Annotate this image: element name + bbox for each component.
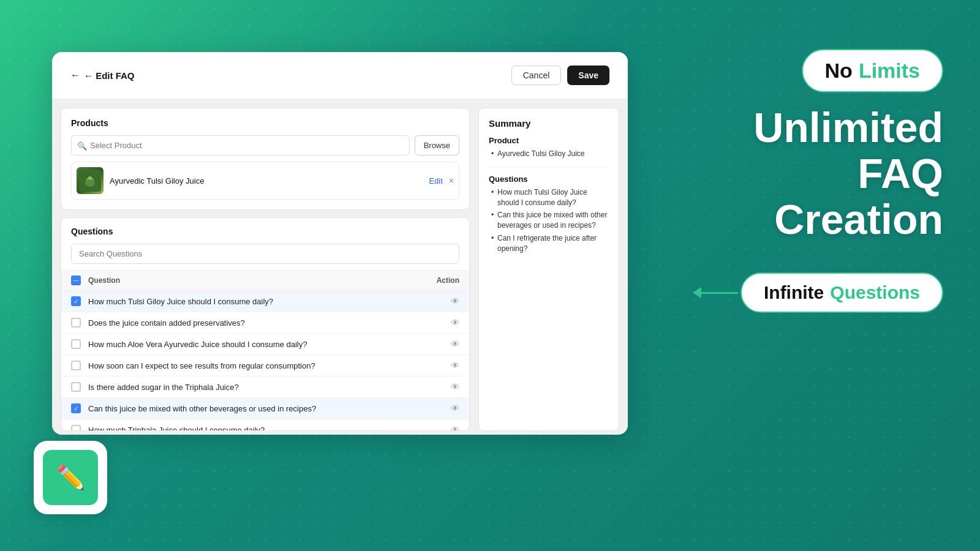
question-row: Can this juice be mixed with other bever… <box>61 398 469 419</box>
question-checkbox-6[interactable] <box>71 425 81 430</box>
question-checkbox-3[interactable] <box>71 361 81 370</box>
eye-icon-6[interactable]: 👁 <box>451 425 459 430</box>
select-all-checkbox[interactable] <box>71 276 81 285</box>
save-button[interactable]: Save <box>567 66 609 85</box>
summary-box: Summary Product Ayurvedic Tulsi Giloy Ju… <box>478 108 619 431</box>
summary-question-item-0: How much Tulsi Giloy Juice should I cons… <box>489 187 609 208</box>
product-item-left: Ayurvedic Tulsi Giloy Juice <box>77 167 204 194</box>
infinite-questions-text: Questions <box>830 282 920 303</box>
summary-questions-section: Questions <box>489 174 609 184</box>
question-row: How much Triphala Juice should I consume… <box>61 419 469 430</box>
right-content-overlay: No Limits Unlimited FAQ Creation Infinit… <box>625 0 980 551</box>
arrow-line <box>701 292 738 294</box>
question-text-2: How much Aloe Vera Ayurvedic Juice shoul… <box>88 340 446 349</box>
page-title: ← Edit FAQ <box>84 70 135 81</box>
product-item: Ayurvedic Tulsi Giloy Juice Edit × <box>71 162 459 200</box>
summary-question-item-2: Can I refrigerate the juice after openin… <box>489 233 609 254</box>
product-edit-link[interactable]: Edit <box>429 176 442 186</box>
infinite-text: Infinite <box>764 282 824 303</box>
no-limits-badge: No Limits <box>802 49 943 92</box>
left-panel: Products 🔍 Browse <box>61 108 470 431</box>
no-text: No <box>825 59 853 83</box>
arrow-left-icon <box>693 287 738 298</box>
summary-questions-list: How much Tulsi Giloy Juice should I cons… <box>489 187 609 254</box>
question-text-6: How much Triphala Juice should I consume… <box>88 425 446 431</box>
eye-icon-5[interactable]: 👁 <box>451 403 459 413</box>
arrowhead <box>693 287 701 298</box>
product-search-row: 🔍 Browse <box>71 135 459 156</box>
product-thumbnail <box>77 167 104 194</box>
summary-panel: Summary Product Ayurvedic Tulsi Giloy Ju… <box>478 108 619 431</box>
summary-divider <box>489 167 609 167</box>
questions-search-input[interactable] <box>71 244 459 264</box>
summary-product-item: Ayurvedic Tulsi Giloy Juice <box>489 149 609 159</box>
main-card: ← ← Edit FAQ Cancel Save Products 🔍 Brow… <box>52 52 628 435</box>
product-search-input[interactable] <box>71 135 410 156</box>
question-checkbox-5[interactable] <box>71 403 81 413</box>
products-panel: Products 🔍 Browse <box>61 108 470 210</box>
back-arrow-icon: ← <box>70 70 80 81</box>
question-row: Is there added sugar in the Triphala Jui… <box>61 377 469 398</box>
question-checkbox-1[interactable] <box>71 318 81 328</box>
summary-question-item-1: Can this juice be mixed with other bever… <box>489 210 609 231</box>
eye-icon-1[interactable]: 👁 <box>451 318 459 328</box>
unlimited-line1: Unlimited <box>753 105 943 151</box>
col-question-header: Question <box>88 276 437 285</box>
question-text-0: How much Tulsi Giloy Juice should I cons… <box>88 297 446 306</box>
question-row: How soon can I expect to see results fro… <box>61 355 469 377</box>
eye-icon-3[interactable]: 👁 <box>451 361 459 370</box>
questions-table-header: Question Action <box>61 270 469 291</box>
svg-point-2 <box>88 176 92 180</box>
back-button[interactable]: ← ← Edit FAQ <box>70 70 135 81</box>
questions-title: Questions <box>71 227 459 236</box>
products-title: Products <box>71 118 459 128</box>
product-name: Ayurvedic Tulsi Giloy Juice <box>110 176 204 186</box>
limits-text: Limits <box>859 59 920 83</box>
question-text-4: Is there added sugar in the Triphala Jui… <box>88 383 446 392</box>
edit-icon-inner: ✏️ <box>43 450 98 505</box>
eye-icon-4[interactable]: 👁 <box>451 382 459 392</box>
question-checkbox-0[interactable] <box>71 296 81 306</box>
edit-icon-box: ✏️ <box>34 441 107 514</box>
infinite-questions-badge: Infinite Questions <box>741 272 943 313</box>
product-search-wrap: 🔍 <box>71 135 410 156</box>
question-checkbox-4[interactable] <box>71 382 81 392</box>
header-checkbox-minus <box>71 276 88 285</box>
questions-header: Questions <box>61 218 469 270</box>
summary-product-section: Product <box>489 136 609 145</box>
question-text-3: How soon can I expect to see results fro… <box>88 361 446 370</box>
questions-panel: Questions Question Action How much Tulsi… <box>61 217 470 431</box>
question-row: How much Aloe Vera Ayurvedic Juice shoul… <box>61 334 469 355</box>
eye-icon-2[interactable]: 👁 <box>451 339 459 349</box>
question-text-1: Does the juice contain added preservativ… <box>88 318 446 328</box>
question-checkbox-2[interactable] <box>71 339 81 349</box>
product-close-icon[interactable]: × <box>449 176 454 186</box>
browse-button[interactable]: Browse <box>415 135 459 156</box>
product-actions: Edit × <box>429 176 454 186</box>
questions-list: How much Tulsi Giloy Juice should I cons… <box>61 291 469 430</box>
content-area: Products 🔍 Browse <box>52 99 628 435</box>
question-row: How much Tulsi Giloy Juice should I cons… <box>61 291 469 312</box>
header-actions: Cancel Save <box>511 66 609 85</box>
search-icon: 🔍 <box>77 141 87 150</box>
unlimited-text: Unlimited FAQ Creation <box>753 105 943 242</box>
cancel-button[interactable]: Cancel <box>511 66 562 85</box>
unlimited-line2: FAQ <box>753 151 943 197</box>
eye-icon-0[interactable]: 👁 <box>451 296 459 306</box>
question-text-5: Can this juice be mixed with other bever… <box>88 404 446 413</box>
question-row: Does the juice contain added preservativ… <box>61 312 469 334</box>
summary-title: Summary <box>489 118 609 129</box>
unlimited-line3: Creation <box>753 197 943 242</box>
pencil-icon: ✏️ <box>56 464 85 491</box>
col-action-header: Action <box>437 276 459 285</box>
header-bar: ← ← Edit FAQ Cancel Save <box>52 52 628 99</box>
